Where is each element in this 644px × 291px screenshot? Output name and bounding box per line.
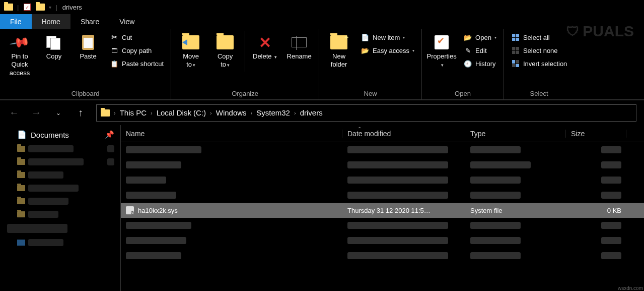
save-icon[interactable]: ✓: [23, 3, 32, 12]
tab-view[interactable]: View: [109, 14, 145, 29]
easy-access-button[interactable]: 📂Easy access ▾: [359, 44, 416, 56]
breadcrumb-segment[interactable]: This PC: [120, 108, 147, 117]
sort-indicator-icon: ⌃: [357, 126, 362, 132]
new-item-icon: 📄: [361, 33, 370, 42]
copy-path-button[interactable]: 🗔Copy path: [108, 44, 166, 56]
rename-icon: [292, 37, 307, 47]
properties-button[interactable]: Properties ▾: [427, 31, 456, 71]
file-name: ha10kx2k.sys: [138, 207, 178, 214]
sidebar-item-obscured[interactable]: [2, 169, 118, 181]
chevron-right-icon[interactable]: ›: [251, 110, 253, 116]
label: Cut: [122, 34, 132, 41]
move-to-button[interactable]: Move to▾: [176, 31, 205, 71]
edit-button[interactable]: ✎Edit: [461, 44, 498, 56]
label: Documents: [31, 131, 69, 139]
tab-home[interactable]: Home: [32, 14, 70, 29]
invert-selection-button[interactable]: Invert selection: [509, 57, 569, 70]
nav-up-button[interactable]: ↑: [74, 106, 87, 120]
label: Paste shortcut: [122, 60, 164, 68]
file-list: ⌃ Name Date modified Type Size ha10kx2k.…: [121, 125, 644, 291]
address-bar: ← → ⌄ ↑ › This PC › Local Disk (C:) › Wi…: [0, 100, 644, 125]
file-row-obscured[interactable]: [121, 233, 644, 248]
sidebar-documents[interactable]: 📄 Documents 📌: [2, 128, 118, 141]
open-icon: 📂: [463, 33, 472, 42]
path-icon: 🗔: [110, 46, 119, 55]
select-all-button[interactable]: Select all: [509, 31, 569, 43]
label: History: [475, 60, 495, 68]
folder-icon[interactable]: [4, 3, 13, 12]
sidebar-item-obscured[interactable]: [2, 237, 118, 248]
new-item-button[interactable]: 📄New item ▾: [359, 31, 416, 43]
sidebar-item-obscured[interactable]: [2, 222, 118, 235]
file-row-selected[interactable]: ha10kx2k.sys Thursday 31 12 2020 11:5… S…: [121, 203, 644, 218]
select-none-icon: [511, 46, 520, 55]
column-header-name[interactable]: Name: [121, 130, 342, 138]
sidebar-item-obscured[interactable]: [2, 143, 118, 154]
folder-icon: [101, 109, 110, 117]
copy-button[interactable]: Copy: [39, 31, 68, 63]
group-label: New: [364, 89, 377, 98]
select-none-button[interactable]: Select none: [509, 44, 569, 56]
invert-selection-icon: [511, 59, 520, 68]
file-row-obscured[interactable]: [121, 188, 644, 203]
delete-icon: ✕: [259, 34, 271, 51]
tab-file[interactable]: File: [0, 14, 32, 29]
nav-back-button[interactable]: ←: [8, 106, 21, 120]
separator: |: [17, 4, 19, 11]
sidebar-item-obscured[interactable]: [2, 156, 118, 167]
breadcrumb-segment[interactable]: Windows: [216, 108, 247, 117]
ribbon: 📌 Pin to Quick access Copy Paste ✂Cut 🗔C…: [0, 29, 644, 100]
column-header-size[interactable]: Size: [566, 130, 626, 138]
nav-recent-button[interactable]: ⌄: [52, 106, 65, 120]
file-date: Thursday 31 12 2020 11:5…: [342, 207, 465, 214]
label: Pin to Quick access: [5, 52, 34, 77]
open-button[interactable]: 📂Open ▾: [461, 31, 498, 43]
file-rows[interactable]: ha10kx2k.sys Thursday 31 12 2020 11:5… S…: [121, 142, 644, 291]
label: Delete: [253, 52, 272, 60]
select-all-icon: [511, 33, 520, 42]
breadcrumb-segment[interactable]: Local Disk (C:): [157, 108, 206, 117]
chevron-right-icon[interactable]: ›: [151, 110, 153, 116]
label: Paste: [80, 52, 96, 61]
chevron-right-icon[interactable]: ›: [294, 110, 296, 116]
chevron-right-icon[interactable]: ›: [210, 110, 212, 116]
move-icon: [182, 35, 199, 49]
breadcrumb-segment[interactable]: drivers: [300, 108, 323, 117]
title-bar: | ✓ ▾ | drivers: [0, 0, 644, 14]
paste-icon: [82, 35, 94, 50]
sidebar-item-obscured[interactable]: [2, 209, 118, 220]
rename-button[interactable]: Rename: [284, 31, 314, 63]
paste-button[interactable]: Paste: [74, 31, 103, 63]
copy-to-button[interactable]: Copy to▾: [210, 31, 240, 71]
chevron-right-icon[interactable]: ›: [114, 110, 116, 116]
pin-to-quick-access-button[interactable]: 📌 Pin to Quick access: [5, 31, 34, 79]
file-type: System file: [465, 207, 566, 214]
navigation-pane[interactable]: 📄 Documents 📌: [0, 125, 121, 291]
properties-icon: [435, 35, 449, 49]
tab-share[interactable]: Share: [70, 14, 109, 29]
label: New folder: [331, 52, 347, 69]
file-row-obscured[interactable]: [121, 248, 644, 263]
file-row-obscured[interactable]: [121, 218, 644, 233]
label: Invert selection: [523, 60, 567, 68]
new-folder-button[interactable]: New folder: [324, 31, 353, 71]
delete-button[interactable]: ✕ Delete ▾: [250, 31, 279, 63]
paste-shortcut-button[interactable]: 📋Paste shortcut: [108, 57, 166, 70]
column-header-type[interactable]: Type: [465, 130, 566, 138]
nav-forward-button[interactable]: →: [30, 106, 43, 120]
dropdown-caret[interactable]: ▾: [49, 5, 51, 10]
easy-access-icon: 📂: [361, 46, 370, 55]
sidebar-item-obscured[interactable]: [2, 196, 118, 207]
file-row-obscured[interactable]: [121, 157, 644, 172]
cut-button[interactable]: ✂Cut: [108, 31, 166, 43]
file-row-obscured[interactable]: [121, 142, 644, 157]
system-file-icon: [126, 206, 134, 214]
separator: |: [55, 4, 57, 11]
label: Copy path: [122, 47, 152, 54]
history-button[interactable]: 🕘History: [461, 57, 498, 70]
breadcrumb-segment[interactable]: System32: [256, 108, 290, 117]
file-row-obscured[interactable]: [121, 172, 644, 188]
sidebar-item-obscured[interactable]: [2, 183, 118, 194]
folder-icon-2[interactable]: [36, 3, 45, 12]
breadcrumb[interactable]: › This PC › Local Disk (C:) › Windows › …: [96, 104, 636, 122]
